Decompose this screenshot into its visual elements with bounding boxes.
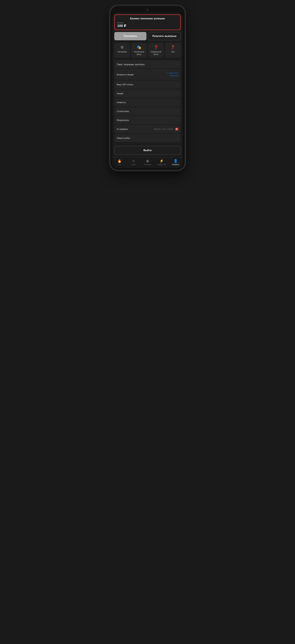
phone-notch bbox=[143, 9, 152, 11]
menu-label-about: О сервисе bbox=[117, 128, 128, 130]
action-buttons: Пополнить Получить выигрыш bbox=[114, 32, 181, 40]
success-title: Баланс пополнен успешно bbox=[117, 17, 178, 20]
menu-right-clubs: › bbox=[177, 137, 178, 140]
menu-right-results: › bbox=[177, 119, 178, 122]
menu-right-vip: › bbox=[177, 83, 178, 86]
nav-item-profile[interactable]: 👤 Профиль bbox=[169, 159, 183, 166]
quick-label-rules: Пра bbox=[171, 51, 175, 53]
menu-right-bets: › bbox=[177, 63, 178, 66]
rules-icon: ❓ bbox=[171, 45, 175, 50]
profile-icon: 👤 bbox=[173, 159, 178, 163]
nav-item-mybets[interactable]: ▣ Мои пари bbox=[140, 159, 154, 166]
phone-screen: Баланс пополнен успешно Баланс 100 ₽ Поп… bbox=[112, 12, 183, 168]
menu-label-bets: Пари, операции, выплаты bbox=[117, 63, 145, 66]
bottom-nav: 🔥 Топ ⊙ Спорт ▣ Мои пари ⚡ Ставки 24/7 👤… bbox=[112, 157, 183, 168]
menu-item-about[interactable]: О сервисе Версия 7.46.2 (2689) F bbox=[114, 125, 181, 133]
nav-label-live: Ставки 24/7 bbox=[157, 164, 166, 166]
menu-label-news: Новости bbox=[117, 101, 126, 104]
nav-item-live[interactable]: ⚡ Ставки 24/7 bbox=[155, 159, 169, 166]
chevron-icon: › bbox=[177, 137, 178, 140]
chevron-icon: › bbox=[177, 92, 178, 95]
menu-right-bonuses: У меня естьпромокод bbox=[167, 72, 178, 77]
balance-label: Баланс bbox=[117, 22, 178, 24]
menu-right-stats: › bbox=[177, 110, 178, 113]
sport-icon: ⊙ bbox=[132, 159, 135, 163]
menu-item-stats[interactable]: Статистика › bbox=[114, 107, 181, 116]
menu-label-vip: Ваш VIP-статус bbox=[117, 83, 133, 86]
menu-label-bonuses: Бонусы и акции bbox=[117, 73, 134, 76]
live-icon: ⚡ bbox=[159, 159, 164, 163]
menu-item-bonuses[interactable]: Бонусы и акции У меня естьпромокод bbox=[114, 69, 181, 80]
mybets-icon: ▣ bbox=[146, 159, 149, 163]
balance-value: 100 ₽ bbox=[117, 24, 178, 28]
menu-item-news[interactable]: Новости › bbox=[114, 98, 181, 106]
menu-item-bets[interactable]: Пари, операции, выплаты › bbox=[114, 60, 181, 68]
menu-right-about: Версия 7.46.2 (2689) F bbox=[154, 128, 178, 130]
chevron-icon: › bbox=[177, 101, 178, 104]
menu-label-results: Результаты bbox=[117, 119, 129, 122]
chevron-icon: › bbox=[177, 119, 178, 122]
chevron-icon: › bbox=[177, 110, 178, 113]
quick-label-help: Справочный центр bbox=[149, 51, 163, 56]
withdraw-button[interactable]: Получить выигрыш bbox=[148, 32, 181, 40]
menu-right-promos: › bbox=[177, 92, 178, 95]
chevron-icon: › bbox=[177, 63, 178, 66]
nav-label-mybets: Мои пари bbox=[144, 164, 151, 166]
logout-button[interactable]: Выйти bbox=[114, 146, 181, 155]
success-banner: Баланс пополнен успешно Баланс 100 ₽ bbox=[114, 14, 181, 30]
promo-code-text: У меня естьпромокод bbox=[167, 72, 178, 77]
quick-item-help[interactable]: ❓ Справочный центр bbox=[148, 43, 164, 58]
menu-label-stats: Статистика bbox=[117, 110, 129, 112]
nav-item-top[interactable]: 🔥 Топ bbox=[112, 159, 126, 166]
deposit-button[interactable]: Пополнить bbox=[114, 32, 146, 40]
quick-item-rules[interactable]: ❓ Пра bbox=[165, 43, 181, 58]
nav-label-profile: Профиль bbox=[172, 164, 179, 166]
menu-item-promos[interactable]: Акции › bbox=[114, 89, 181, 98]
quick-item-settings[interactable]: ⚙ Настройки bbox=[114, 43, 130, 58]
nav-item-sport[interactable]: ⊙ Спорт bbox=[126, 159, 140, 166]
menu-item-results[interactable]: Результаты › bbox=[114, 116, 181, 124]
nav-label-sport: Спорт bbox=[131, 164, 136, 166]
menu-right-news: › bbox=[177, 101, 178, 104]
help-icon: ❓ bbox=[154, 45, 158, 50]
menu-item-vip[interactable]: Ваш VIP-статус › bbox=[114, 80, 181, 89]
menu-list: Пари, операции, выплаты › Бонусы и акции… bbox=[114, 60, 181, 142]
menu-label-clubs: Наши клубы bbox=[117, 137, 130, 139]
chevron-icon: › bbox=[177, 83, 178, 86]
quick-item-contact[interactable]: 🎭 Контактный центр bbox=[131, 43, 147, 58]
quick-label-contact: Контактный центр bbox=[132, 51, 146, 56]
flame-icon: 🔥 bbox=[117, 159, 122, 163]
version-badge: F bbox=[175, 128, 178, 130]
version-text: Версия 7.46.2 (2689) bbox=[154, 128, 173, 130]
contact-icon: 🎭 bbox=[137, 45, 141, 50]
quick-label-settings: Настройки bbox=[118, 51, 127, 53]
phone-device: Баланс пополнен успешно Баланс 100 ₽ Поп… bbox=[111, 6, 184, 170]
menu-label-promos: Акции bbox=[117, 92, 123, 95]
settings-icon: ⚙ bbox=[120, 45, 124, 50]
quick-menu: ⚙ Настройки 🎭 Контактный центр ❓ Справоч… bbox=[114, 43, 181, 58]
menu-item-clubs[interactable]: Наши клубы › bbox=[114, 134, 181, 142]
nav-label-top: Топ bbox=[118, 164, 121, 166]
